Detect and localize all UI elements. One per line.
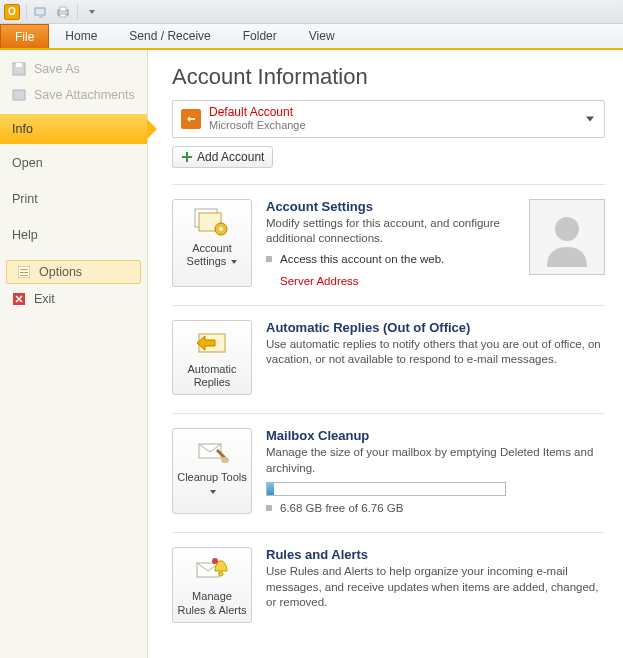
svg-point-18 [219,227,223,231]
svg-rect-5 [16,63,22,67]
mailbox-cleanup-title: Mailbox Cleanup [266,428,605,443]
body: Save As Save Attachments Info Open Print… [0,50,623,658]
manage-rules-btn-label: Manage Rules & Alerts [177,590,246,616]
tab-folder[interactable]: Folder [227,24,293,48]
rules-alerts-body: Rules and Alerts Use Rules and Alerts to… [266,547,605,623]
options-icon [17,265,31,279]
nav-print-label: Print [12,192,38,206]
nav-info[interactable]: Info [0,114,147,144]
nav-save-attachments-label: Save Attachments [34,88,135,102]
attachment-icon [12,88,26,102]
section-mailbox-cleanup: Cleanup Tools Mailbox Cleanup Manage the… [172,413,605,514]
nav-open-label: Open [12,156,43,170]
rules-alerts-desc: Use Rules and Alerts to help organize yo… [266,564,605,611]
nav-help-label: Help [12,228,38,242]
exit-icon [12,292,26,306]
section-account-settings: Account Settings Account Settings Modify… [172,184,605,287]
account-settings-btn-label: Account Settings [187,242,232,268]
svg-rect-8 [20,269,28,270]
nav-save-as-label: Save As [34,62,80,76]
account-type: Microsoft Exchange [209,119,306,132]
tab-view[interactable]: View [293,24,351,48]
rules-alerts-icon [192,554,232,586]
storage-text: 6.68 GB free of 6.76 GB [280,502,403,514]
svg-rect-10 [20,275,28,276]
nav-help[interactable]: Help [0,222,147,248]
svg-point-22 [221,457,229,463]
nav-print[interactable]: Print [0,186,147,212]
mailbox-progress [266,482,506,496]
svg-rect-14 [182,156,192,158]
cleanup-tools-button[interactable]: Cleanup Tools [172,428,252,514]
tab-send-receive[interactable]: Send / Receive [113,24,226,48]
nav-open[interactable]: Open [0,150,147,176]
title-bar: O [0,0,623,24]
ribbon-tabs: File Home Send / Receive Folder View [0,24,623,50]
section-rules-alerts: Manage Rules & Alerts Rules and Alerts U… [172,532,605,623]
automatic-replies-btn-label: Automatic Replies [188,363,237,389]
save-icon [12,62,26,76]
nav-options-label: Options [39,265,82,279]
account-settings-body: Account Settings Modify settings for thi… [266,199,605,287]
add-account-button[interactable]: Add Account [172,146,273,168]
avatar [529,199,605,275]
tab-file[interactable]: File [0,24,49,48]
access-web-text: Access this account on the web. [280,253,444,265]
svg-rect-9 [20,272,28,273]
mailbox-progress-fill [267,483,274,495]
svg-point-24 [219,572,223,576]
manage-rules-button[interactable]: Manage Rules & Alerts [172,547,252,623]
tab-home[interactable]: Home [49,24,113,48]
plus-icon [181,151,193,163]
account-name: Default Account [209,105,306,119]
nav-info-label: Info [12,122,33,136]
server-address: Server Address [280,275,359,287]
add-account-label: Add Account [197,150,264,164]
svg-rect-0 [35,8,45,15]
qat-send-receive-icon[interactable] [33,4,49,20]
main-content: Account Information Default Account Micr… [148,50,623,658]
svg-rect-2 [60,7,66,11]
automatic-replies-icon [192,327,232,359]
chevron-down-icon [586,116,594,121]
nav-save-as: Save As [0,56,147,82]
svg-rect-3 [60,14,66,17]
account-selector[interactable]: Default Account Microsoft Exchange [172,100,605,138]
qat-print-icon[interactable] [55,4,71,20]
automatic-replies-body: Automatic Replies (Out of Office) Use au… [266,320,605,396]
svg-rect-6 [13,90,25,100]
nav-options[interactable]: Options [6,260,141,284]
cleanup-tools-icon [192,435,232,467]
svg-point-19 [555,217,579,241]
qat-separator-2 [77,4,78,20]
bullet-icon [266,256,272,262]
account-text: Default Account Microsoft Exchange [209,105,306,133]
account-settings-bullet: Access this account on the web. Server A… [266,253,519,287]
mailbox-cleanup-desc: Manage the size of your mailbox by empty… [266,445,605,476]
automatic-replies-title: Automatic Replies (Out of Office) [266,320,605,335]
exchange-icon [181,109,201,129]
qat-dropdown-icon[interactable] [84,4,100,20]
account-settings-title: Account Settings [266,199,519,214]
section-automatic-replies: Automatic Replies Automatic Replies (Out… [172,305,605,396]
svg-point-25 [212,558,218,564]
chevron-down-icon [210,490,216,494]
account-settings-button[interactable]: Account Settings [172,199,252,287]
mailbox-cleanup-body: Mailbox Cleanup Manage the size of your … [266,428,605,514]
nav-exit[interactable]: Exit [0,286,147,312]
bullet-icon [266,505,272,511]
app-icon: O [4,4,20,20]
rules-alerts-title: Rules and Alerts [266,547,605,562]
storage-info: 6.68 GB free of 6.76 GB [266,502,605,514]
chevron-down-icon [231,260,237,264]
backstage-nav: Save As Save Attachments Info Open Print… [0,50,148,658]
nav-exit-label: Exit [34,292,55,306]
nav-save-attachments: Save Attachments [0,82,147,108]
cleanup-tools-btn-label: Cleanup Tools [177,471,247,483]
automatic-replies-desc: Use automatic replies to notify others t… [266,337,605,368]
page-title: Account Information [172,64,605,90]
automatic-replies-button[interactable]: Automatic Replies [172,320,252,396]
qat-separator [26,4,27,20]
account-settings-icon [192,206,232,238]
account-settings-desc: Modify settings for this account, and co… [266,216,519,247]
